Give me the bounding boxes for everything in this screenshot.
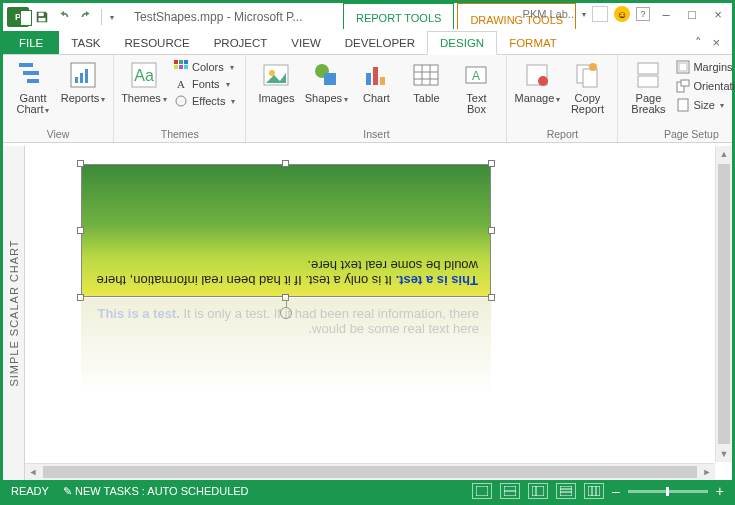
report-canvas[interactable]: This is a test. It is only a test. If it… <box>25 146 732 480</box>
size-icon <box>676 98 690 112</box>
size-button[interactable]: Size▾ <box>676 97 735 113</box>
zoom-in-button[interactable]: + <box>716 483 724 499</box>
feedback-smiley-icon[interactable]: ☺ <box>614 6 630 22</box>
fonts-icon: A <box>174 77 188 91</box>
avatar-placeholder[interactable] <box>592 6 608 22</box>
qat-customize-icon[interactable]: ▾ <box>110 13 114 22</box>
shapes-button[interactable]: Shapes▾ <box>304 59 348 105</box>
scroll-right-icon[interactable]: ► <box>699 467 715 477</box>
tab-view[interactable]: VIEW <box>279 31 332 54</box>
page-breaks-button[interactable]: PageBreaks <box>626 59 670 115</box>
restore-button[interactable]: □ <box>682 5 702 23</box>
chart-button[interactable]: Chart <box>354 59 398 104</box>
svg-rect-6 <box>75 77 78 83</box>
view-shortcut-4[interactable] <box>556 483 576 499</box>
scroll-left-icon[interactable]: ◄ <box>25 467 41 477</box>
fonts-button[interactable]: AFonts▾ <box>172 76 237 92</box>
svg-rect-21 <box>324 73 336 85</box>
qat-separator <box>101 9 102 25</box>
textbox-button[interactable]: ATextBox <box>454 59 498 115</box>
table-button[interactable]: Table <box>404 59 448 104</box>
tab-project[interactable]: PROJECT <box>202 31 280 54</box>
svg-rect-24 <box>380 77 385 85</box>
svg-rect-12 <box>179 60 183 64</box>
collapse-ribbon-icon[interactable]: ˄ <box>695 35 702 50</box>
svg-rect-4 <box>27 79 39 83</box>
selected-shape[interactable]: This is a test. It is only a test. If it… <box>81 164 491 297</box>
resize-handle-tm[interactable] <box>282 160 289 167</box>
scroll-down-icon[interactable]: ▼ <box>716 446 732 462</box>
themes-button[interactable]: Aa Themes▾ <box>122 59 166 105</box>
window-title: TestShapes.mpp - Microsoft P... <box>134 10 303 24</box>
resize-handle-ml[interactable] <box>77 227 84 234</box>
hscroll-thumb[interactable] <box>43 466 697 478</box>
svg-rect-43 <box>678 99 688 111</box>
tab-design[interactable]: DESIGN <box>427 31 497 55</box>
vscroll-thumb[interactable] <box>718 164 730 444</box>
svg-rect-15 <box>179 65 183 69</box>
gantt-chart-button[interactable]: Gantt Chart▾ <box>11 59 55 116</box>
tab-format[interactable]: FORMAT <box>497 31 569 54</box>
account-label[interactable]: PKM Lab... ▾ <box>523 8 586 20</box>
svg-rect-7 <box>80 73 83 83</box>
svg-rect-23 <box>373 67 378 85</box>
svg-rect-2 <box>19 63 33 67</box>
reports-button[interactable]: Reports▾ <box>61 59 105 105</box>
svg-rect-0 <box>39 13 44 17</box>
undo-icon[interactable] <box>55 8 73 26</box>
group-view: Gantt Chart▾ Reports▾ View <box>3 55 114 142</box>
svg-point-33 <box>538 76 548 86</box>
shape-reflection: This is a test. It is only a test. If it… <box>81 298 491 418</box>
svg-rect-3 <box>23 71 39 75</box>
tab-developer[interactable]: DEVELOPER <box>333 31 427 54</box>
margins-button[interactable]: Margins▾ <box>676 59 735 75</box>
close-subwindow-icon[interactable]: × <box>712 35 720 50</box>
vertical-scrollbar[interactable]: ▲ ▼ <box>715 146 732 462</box>
images-button[interactable]: Images <box>254 59 298 104</box>
group-report: Manage▾ CopyReport Report <box>507 55 618 142</box>
orientation-button[interactable]: Orientation▾ <box>676 78 735 94</box>
effects-button[interactable]: Effects▾ <box>172 93 237 109</box>
images-icon <box>260 59 292 91</box>
svg-rect-35 <box>583 69 597 87</box>
manage-button[interactable]: Manage▾ <box>515 59 559 105</box>
scroll-up-icon[interactable]: ▲ <box>716 146 732 162</box>
copy-report-icon <box>571 59 603 91</box>
view-shortcut-1[interactable] <box>472 483 492 499</box>
svg-rect-52 <box>588 486 600 496</box>
view-shortcut-3[interactable] <box>528 483 548 499</box>
svg-rect-49 <box>560 486 572 496</box>
help-icon[interactable]: ? <box>636 7 650 21</box>
resize-handle-mr[interactable] <box>488 227 495 234</box>
reports-icon <box>67 59 99 91</box>
side-view-tab[interactable]: SIMPLE SCALAR CHART <box>3 146 25 480</box>
horizontal-scrollbar[interactable]: ◄ ► <box>25 463 715 480</box>
minimize-button[interactable]: – <box>656 5 676 23</box>
project-app-icon[interactable]: P <box>7 7 29 27</box>
close-button[interactable]: × <box>708 5 728 23</box>
margins-icon <box>676 60 690 74</box>
svg-text:A: A <box>472 69 480 83</box>
view-shortcut-2[interactable] <box>500 483 520 499</box>
status-new-tasks[interactable]: ✎ NEW TASKS : AUTO SCHEDULED <box>63 485 249 498</box>
redo-icon[interactable] <box>77 8 95 26</box>
tab-task[interactable]: TASK <box>59 31 112 54</box>
group-label-view: View <box>11 126 105 142</box>
tab-file[interactable]: FILE <box>3 31 59 54</box>
view-shortcut-5[interactable] <box>584 483 604 499</box>
tab-resource[interactable]: RESOURCE <box>112 31 201 54</box>
zoom-out-button[interactable]: – <box>612 483 620 499</box>
zoom-thumb[interactable] <box>666 487 669 496</box>
svg-rect-16 <box>184 65 188 69</box>
colors-button[interactable]: Colors▾ <box>172 59 237 75</box>
table-icon <box>410 59 442 91</box>
resize-handle-tl[interactable] <box>77 160 84 167</box>
copy-report-button[interactable]: CopyReport <box>565 59 609 115</box>
resize-handle-tr[interactable] <box>488 160 495 167</box>
save-icon[interactable] <box>33 8 51 26</box>
group-label-themes: Themes <box>122 126 237 142</box>
svg-rect-14 <box>174 65 178 69</box>
status-ready: READY <box>11 485 49 497</box>
svg-rect-13 <box>184 60 188 64</box>
zoom-slider[interactable] <box>628 490 708 493</box>
